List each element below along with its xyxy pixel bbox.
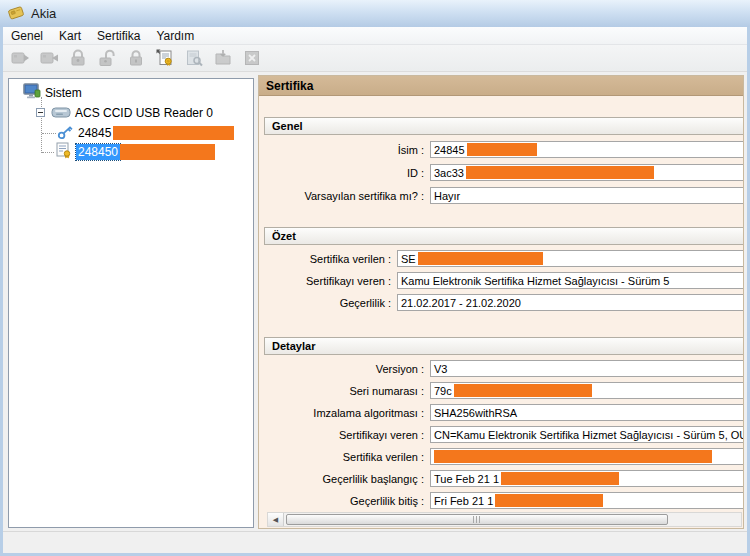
field-detay-veren: Sertifikayı veren : CN=Kamu Elektronik S… [264,426,744,443]
field-value[interactable]: Fri Feb 21 1 [430,492,744,509]
field-detay-verilen: Sertifika verilen : [264,448,744,465]
tree-item-key[interactable]: 24845 [57,124,234,142]
field-value[interactable]: SHA256withRSA [430,404,744,421]
section-detaylar: Detaylar Versiyon : V3 Seri numarası : 7… [264,337,744,509]
insert-card-icon[interactable] [7,47,33,70]
redaction-block [113,126,234,140]
menu-kart[interactable]: Kart [51,28,89,44]
field-value[interactable]: Hayır [430,187,744,204]
certificate-detail-panel: Sertifika Genel İsim : 24845 ID : 3ac33 … [258,75,744,529]
redaction-block [466,166,654,179]
section-genel-title: Genel [264,117,744,135]
field-baslangic: Geçerlilik başlangıç : Tue Feb 21 1 [264,470,744,487]
scrollbar-thumb[interactable] [286,514,668,525]
redaction-block [467,143,537,156]
field-value[interactable]: Tue Feb 21 1 [430,470,744,487]
field-imzalama: Imzalama algoritması : SHA256withRSA [264,404,744,421]
redaction-block [120,144,215,160]
field-gecerlilik: Geçerlilik : 21.02.2017 - 21.02.2020 [264,294,744,311]
menu-genel[interactable]: Genel [3,28,51,44]
redaction-block [501,472,619,485]
toolbar [3,45,747,72]
redaction-block [434,450,712,463]
remove-card-icon[interactable] [36,47,62,70]
exit-icon[interactable] [239,47,265,70]
field-value[interactable] [430,448,744,465]
field-label: Sertifikayı veren : [264,275,391,287]
section-ozet: Özet Sertifika verilen : SE Sertifikayı … [264,227,744,311]
field-value[interactable]: 79c [430,382,744,399]
tree-item-reader[interactable]: ACS CCID USB Reader 0 [51,104,213,122]
computer-icon [23,83,41,103]
field-value[interactable]: 3ac33 [430,164,744,181]
certificate-icon [55,142,73,162]
status-bar [3,531,747,553]
card-reader-icon [51,104,71,123]
section-ozet-title: Özet [264,227,744,245]
show-certificate-icon[interactable] [152,47,178,70]
collapse-expander[interactable] [36,108,45,117]
app-icon [7,3,25,25]
tree-item-certificate[interactable]: 248450 [55,143,215,161]
field-label: Sertifika verilen : [264,253,391,265]
key-icon [57,124,74,143]
field-sertifika-verilen: Sertifika verilen : SE [264,250,744,267]
field-label: İsim : [264,144,424,156]
field-label: Sertifika verilen : [264,451,424,463]
redaction-block [454,384,592,397]
panel-title: Sertifika [259,76,743,96]
tree-connector-line [41,97,42,153]
tree-item-label: ACS CCID USB Reader 0 [75,106,213,120]
section-detaylar-title: Detaylar [264,337,744,355]
app-window: Akia Genel Kart Sertifika Yardım [0,0,750,556]
field-label: Geçerlilik bitiş : [264,495,424,507]
redaction-block [495,494,603,507]
field-seri-numarasi: Seri numarası : 79c [264,382,744,399]
redaction-block [418,252,543,265]
window-title: Akia [31,6,56,21]
field-value[interactable]: 24845 [430,141,744,158]
field-id: ID : 3ac33 [264,164,744,181]
tree-item-label-selected: 248450 [76,144,120,160]
title-bar[interactable]: Akia [0,0,750,27]
field-value[interactable]: Kamu Elektronik Sertifika Hizmet Sağlayı… [397,272,744,289]
tree-item-label: 24845 [78,126,111,140]
field-bitis: Geçerlilik bitiş : Fri Feb 21 1 [264,492,744,509]
field-isim: İsim : 24845 [264,141,744,158]
tree-connector-stub [42,133,56,134]
lock-card-icon[interactable] [123,47,149,70]
tree-connector-stub [42,152,54,153]
menu-bar: Genel Kart Sertifika Yardım [3,27,747,45]
menu-yardim[interactable]: Yardım [148,28,202,44]
horizontal-scrollbar[interactable]: ◀ [267,512,742,527]
field-label: Sertifikayı veren : [264,429,424,441]
unblock-pin-icon[interactable] [94,47,120,70]
field-label: Versiyon : [264,363,424,375]
field-label: Seri numarası : [264,385,424,397]
change-pin-icon[interactable] [65,47,91,70]
scroll-left-icon[interactable]: ◀ [268,513,284,526]
menu-sertifika[interactable]: Sertifika [89,28,148,44]
field-varsayilan: Varsayılan sertifika mı? : Hayır [264,187,744,204]
field-label: Varsayılan sertifika mı? : [264,190,424,202]
scrollbar-grip [473,516,482,523]
field-value[interactable]: 21.02.2017 - 21.02.2020 [397,294,744,311]
content-area: Sistem ACS CCID USB Reader 0 [3,72,747,531]
field-label: Geçerlilik : [264,297,391,309]
field-value[interactable]: V3 [430,360,744,377]
field-label: Geçerlilik başlangıç : [264,473,424,485]
certificate-details-icon[interactable] [181,47,207,70]
field-value[interactable]: CN=Kamu Elektronik Sertifika Hizmet Sağl… [430,426,744,443]
import-certificate-icon[interactable] [210,47,236,70]
field-versiyon: Versiyon : V3 [264,360,744,377]
field-sertifikayi-veren: Sertifikayı veren : Kamu Elektronik Sert… [264,272,744,289]
device-tree-panel[interactable]: Sistem ACS CCID USB Reader 0 [8,78,254,528]
section-genel: Genel İsim : 24845 ID : 3ac33 Varsayılan… [264,117,744,204]
tree-item-label: Sistem [45,86,82,100]
tree-item-sistem[interactable]: Sistem [23,84,82,102]
field-label: ID : [264,167,424,179]
field-label: Imzalama algoritması : [264,407,424,419]
field-value[interactable]: SE [397,250,744,267]
